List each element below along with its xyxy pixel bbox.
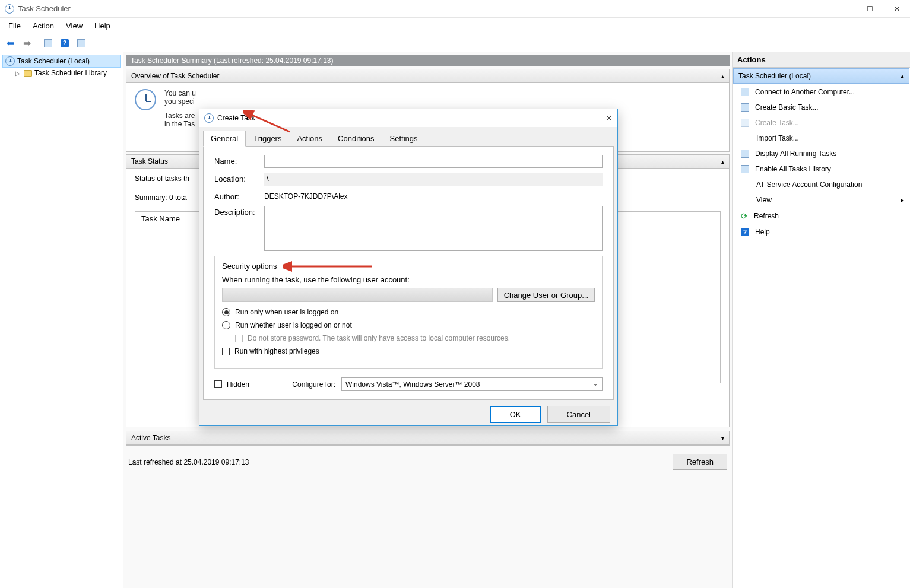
name-label: Name:: [214, 155, 264, 166]
tree-library-label: Task Scheduler Library: [34, 69, 107, 77]
app-icon: [5, 4, 14, 14]
back-button[interactable]: ⬅: [2, 36, 18, 50]
configure-for-select[interactable]: Windows Vista™, Windows Server™ 2008: [341, 377, 603, 391]
task-status-title: Task Status: [131, 157, 168, 166]
submenu-arrow-icon: ▸: [901, 196, 904, 204]
menu-file[interactable]: File: [4, 19, 26, 33]
checkbox-highest-priv[interactable]: [222, 348, 230, 355]
action-help[interactable]: ?Help: [733, 224, 910, 240]
change-user-button[interactable]: Change User or Group...: [497, 288, 595, 302]
radio-logged-on[interactable]: [222, 308, 230, 316]
overview-text-2: you speci: [164, 97, 195, 106]
create-task-dialog: Create Task ✕ General Triggers Actions C…: [199, 109, 618, 426]
expand-icon[interactable]: ▾: [721, 435, 724, 441]
location-value: \: [264, 173, 603, 186]
clock-icon: [135, 89, 156, 110]
last-refreshed-text: Last refreshed at 25.04.2019 09:17:13: [128, 458, 249, 466]
close-button[interactable]: ✕: [889, 3, 905, 15]
action-view[interactable]: View▸: [733, 192, 910, 208]
action-at-config[interactable]: AT Service Account Configuration: [733, 177, 910, 192]
radio-whether[interactable]: [222, 321, 230, 329]
checkbox-highest-priv-label: Run with highest privileges: [234, 347, 319, 355]
navigation-tree: Task Scheduler (Local) ▷ Task Scheduler …: [0, 52, 123, 588]
name-input[interactable]: [264, 155, 603, 168]
collapse-icon[interactable]: ▴: [721, 73, 724, 80]
checkbox-hidden[interactable]: [214, 380, 222, 388]
task-icon: [741, 103, 749, 112]
forward-button[interactable]: ➡: [19, 36, 34, 50]
active-tasks-title: Active Tasks: [131, 434, 170, 442]
radio-whether-label: Run whether user is logged on or not: [235, 321, 352, 329]
tab-actions[interactable]: Actions: [289, 131, 330, 147]
tree-root-label: Task Scheduler (Local): [17, 57, 90, 65]
tree-library[interactable]: ▷ Task Scheduler Library: [13, 68, 121, 78]
window-title: Task Scheduler: [18, 4, 71, 13]
tree-expand-icon[interactable]: ▷: [15, 70, 21, 77]
security-legend: Security options: [220, 262, 280, 271]
menu-view[interactable]: View: [61, 19, 87, 33]
action-refresh[interactable]: ⟳Refresh: [733, 208, 910, 224]
action-connect[interactable]: Connect to Another Computer...: [733, 84, 910, 100]
help-icon: ?: [741, 228, 749, 236]
help-button[interactable]: ?: [57, 36, 72, 50]
description-label: Description:: [214, 206, 264, 217]
when-running-label: When running the task, use the following…: [222, 275, 595, 284]
menu-bar: File Action View Help: [0, 18, 910, 34]
checkbox-no-password: [235, 335, 243, 342]
tab-settings[interactable]: Settings: [382, 131, 426, 147]
show-hide-action-button[interactable]: [74, 36, 89, 50]
checkbox-hidden-label: Hidden: [227, 380, 249, 389]
summary-text: Summary: 0 tota: [135, 193, 187, 202]
action-import-task[interactable]: Import Task...: [733, 131, 910, 146]
toolbar-separator: [37, 36, 38, 50]
radio-logged-on-label: Run only when user is logged on: [235, 308, 338, 316]
toolbar: ⬅ ➡ ?: [0, 34, 910, 52]
action-create-basic[interactable]: Create Basic Task...: [733, 100, 910, 115]
tab-general[interactable]: General: [203, 131, 246, 147]
active-tasks-panel: Active Tasks ▾: [126, 431, 730, 446]
spacer: [741, 196, 750, 204]
actions-context-label: Task Scheduler (Local): [738, 72, 811, 80]
overview-text-4: in the Tas: [164, 120, 195, 128]
action-create-task[interactable]: Create Task...: [733, 115, 910, 131]
collapse-icon[interactable]: ▴: [901, 72, 904, 80]
collapse-icon[interactable]: ▴: [721, 158, 724, 165]
clock-icon: [5, 56, 15, 66]
minimize-button[interactable]: ─: [834, 3, 851, 15]
actions-context[interactable]: Task Scheduler (Local) ▴: [733, 68, 909, 84]
cancel-button[interactable]: Cancel: [547, 406, 610, 423]
show-hide-tree-button[interactable]: [40, 36, 56, 50]
configure-for-label: Configure for:: [292, 380, 335, 389]
dialog-close-button[interactable]: ✕: [605, 113, 613, 123]
dialog-title: Create Task: [217, 114, 255, 122]
security-options-group: Security options When running the task, …: [214, 256, 603, 369]
folder-icon: [24, 70, 32, 77]
tab-triggers[interactable]: Triggers: [246, 131, 289, 147]
menu-help[interactable]: Help: [90, 19, 115, 33]
action-display-running[interactable]: Display All Running Tasks: [733, 146, 910, 161]
summary-header: Task Scheduler Summary (Last refreshed: …: [126, 55, 730, 66]
actions-header: Actions: [733, 52, 910, 68]
maximize-button[interactable]: ☐: [861, 3, 878, 15]
actions-pane: Actions Task Scheduler (Local) ▴ Connect…: [732, 52, 910, 588]
author-label: Author:: [214, 190, 264, 201]
tree-root[interactable]: Task Scheduler (Local): [2, 55, 121, 68]
dialog-tabs: General Triggers Actions Conditions Sett…: [203, 131, 614, 147]
dialog-icon: [204, 113, 214, 123]
menu-action[interactable]: Action: [28, 19, 59, 33]
checkbox-no-password-label: Do not store password. The task will onl…: [248, 334, 510, 342]
user-account-display: [222, 288, 493, 302]
refresh-button[interactable]: Refresh: [673, 454, 727, 470]
overview-text-1: You can u: [164, 89, 196, 97]
overview-text-3: Tasks are: [164, 112, 195, 120]
tab-conditions[interactable]: Conditions: [330, 131, 382, 147]
history-icon: [741, 165, 749, 173]
running-icon: [741, 150, 749, 158]
action-enable-history[interactable]: Enable All Tasks History: [733, 161, 910, 177]
overview-title: Overview of Task Scheduler: [131, 72, 220, 80]
status-text: Status of tasks th: [135, 174, 189, 183]
ok-button[interactable]: OK: [490, 406, 541, 423]
location-label: Location:: [214, 173, 264, 183]
description-input[interactable]: [264, 206, 603, 251]
refresh-icon: ⟳: [741, 211, 748, 221]
